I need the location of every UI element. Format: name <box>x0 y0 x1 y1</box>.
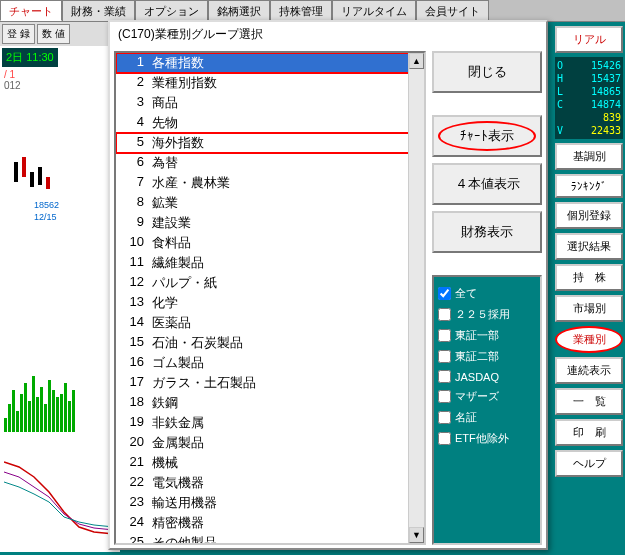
bg-toolbar: 登 録 数 値 <box>0 22 120 46</box>
side-button-8[interactable]: 一 覧 <box>555 388 623 415</box>
list-item[interactable]: 15石油・石炭製品 <box>116 333 424 353</box>
checkbox[interactable] <box>438 370 451 383</box>
four-value-button[interactable]: ４本値表示 <box>432 163 542 205</box>
list-item[interactable]: 21機械 <box>116 453 424 473</box>
filter-check-1[interactable]: ２２５採用 <box>438 304 536 325</box>
list-item[interactable]: 16ゴム製品 <box>116 353 424 373</box>
filter-check-6[interactable]: 名証 <box>438 407 536 428</box>
year-fragment: 012 <box>0 80 120 91</box>
date-label: 12/15 <box>34 212 57 222</box>
checkbox[interactable] <box>438 411 451 424</box>
list-item[interactable]: 12パルプ・紙 <box>116 273 424 293</box>
candlestick-chart: 18562 12/15 <box>4 122 114 222</box>
list-item[interactable]: 17ガラス・土石製品 <box>116 373 424 393</box>
list-item[interactable]: 7水産・農林業 <box>116 173 424 193</box>
list-item[interactable]: 10食料品 <box>116 233 424 253</box>
side-button-6[interactable]: 業種別 <box>555 326 623 353</box>
side-button-4[interactable]: 持 株 <box>555 264 623 291</box>
date-time-badge: 2日 11:30 <box>2 48 58 67</box>
list-item[interactable]: 20金属製品 <box>116 433 424 453</box>
top-menu: チャート財務・業績オプション銘柄選択持株管理リアルタイム会員サイト <box>0 0 625 22</box>
filter-check-3[interactable]: 東証二部 <box>438 346 536 367</box>
filter-check-2[interactable]: 東証一部 <box>438 325 536 346</box>
list-item[interactable]: 6為替 <box>116 153 424 173</box>
checkbox[interactable] <box>438 390 451 403</box>
ohlc-row: 839 <box>557 111 621 124</box>
top-tab-1[interactable]: 財務・業績 <box>62 0 135 21</box>
top-tab-4[interactable]: 持株管理 <box>270 0 332 21</box>
list-item[interactable]: 18鉄鋼 <box>116 393 424 413</box>
side-button-9[interactable]: 印 刷 <box>555 419 623 446</box>
list-item[interactable]: 4先物 <box>116 113 424 133</box>
top-tab-3[interactable]: 銘柄選択 <box>208 0 270 21</box>
filter-check-4[interactable]: JASDAQ <box>438 367 536 386</box>
ohlc-row: C14874 <box>557 98 621 111</box>
list-item[interactable]: 14医薬品 <box>116 313 424 333</box>
values-button[interactable]: 数 値 <box>37 24 70 44</box>
scrollbar[interactable]: ▲ ▼ <box>408 53 424 543</box>
ohlc-row: H15437 <box>557 72 621 85</box>
side-button-5[interactable]: 市場別 <box>555 295 623 322</box>
side-button-2[interactable]: 個別登録 <box>555 202 623 229</box>
top-tab-6[interactable]: 会員サイト <box>416 0 489 21</box>
filter-checkboxes: 全て２２５採用東証一部東証二部JASDAQマザーズ名証ETF他除外 <box>432 275 542 545</box>
dialog-button-column: 閉じる ﾁｬｰﾄ表示 ４本値表示 財務表示 全て２２５採用東証一部東証二部JAS… <box>432 51 542 545</box>
register-button[interactable]: 登 録 <box>2 24 35 44</box>
list-item[interactable]: 25その他製品 <box>116 533 424 545</box>
line-chart <box>4 442 114 552</box>
filter-check-0[interactable]: 全て <box>438 283 536 304</box>
ohlc-panel: O15426H15437L14865C14874839V22433 <box>555 57 623 139</box>
chart-display-button[interactable]: ﾁｬｰﾄ表示 <box>432 115 542 157</box>
industry-group-dialog: (C170)業種別グループ選択 1各種指数2業種別指数3商品4先物5海外指数6為… <box>108 20 548 550</box>
side-button-3[interactable]: 選択結果 <box>555 233 623 260</box>
checkbox[interactable] <box>438 287 451 300</box>
top-tab-2[interactable]: オプション <box>135 0 208 21</box>
checkbox[interactable] <box>438 432 451 445</box>
ohlc-row: L14865 <box>557 85 621 98</box>
dialog-title: (C170)業種別グループ選択 <box>110 22 546 47</box>
date-fragment: / 1 <box>0 69 120 80</box>
checkbox[interactable] <box>438 308 451 321</box>
list-item[interactable]: 13化学 <box>116 293 424 313</box>
side-button-1[interactable]: ﾗﾝｷﾝｸﾞ <box>555 174 623 198</box>
list-item[interactable]: 11繊維製品 <box>116 253 424 273</box>
filter-check-5[interactable]: マザーズ <box>438 386 536 407</box>
scroll-up-icon[interactable]: ▲ <box>409 53 424 69</box>
list-item[interactable]: 2業種別指数 <box>116 73 424 93</box>
volume-bars <box>4 362 114 432</box>
top-tab-0[interactable]: チャート <box>0 0 62 21</box>
side-button-7[interactable]: 連続表示 <box>555 357 623 384</box>
side-button-10[interactable]: ヘルプ <box>555 450 623 477</box>
ohlc-row: O15426 <box>557 59 621 72</box>
real-button[interactable]: リアル <box>555 26 623 53</box>
scroll-down-icon[interactable]: ▼ <box>409 527 424 543</box>
list-item[interactable]: 22電気機器 <box>116 473 424 493</box>
industry-list[interactable]: 1各種指数2業種別指数3商品4先物5海外指数6為替7水産・農林業8鉱業9建設業1… <box>114 51 426 545</box>
finance-display-button[interactable]: 財務表示 <box>432 211 542 253</box>
list-item[interactable]: 5海外指数 <box>116 133 424 153</box>
list-item[interactable]: 1各種指数 <box>116 53 424 73</box>
list-item[interactable]: 24精密機器 <box>116 513 424 533</box>
list-item[interactable]: 19非鉄金属 <box>116 413 424 433</box>
checkbox[interactable] <box>438 329 451 342</box>
checkbox[interactable] <box>438 350 451 363</box>
right-sidebar: リアル O15426H15437L14865C14874839V22433 基調… <box>553 22 625 552</box>
list-item[interactable]: 23輸送用機器 <box>116 493 424 513</box>
top-tab-5[interactable]: リアルタイム <box>332 0 416 21</box>
ohlc-row: V22433 <box>557 124 621 137</box>
price-label: 18562 <box>34 200 59 210</box>
chart-background: 登 録 数 値 2日 11:30 / 1 012 18562 12/15 <box>0 22 120 552</box>
filter-check-7[interactable]: ETF他除外 <box>438 428 536 449</box>
list-item[interactable]: 3商品 <box>116 93 424 113</box>
side-button-0[interactable]: 基調別 <box>555 143 623 170</box>
list-item[interactable]: 8鉱業 <box>116 193 424 213</box>
close-button[interactable]: 閉じる <box>432 51 542 93</box>
list-item[interactable]: 9建設業 <box>116 213 424 233</box>
